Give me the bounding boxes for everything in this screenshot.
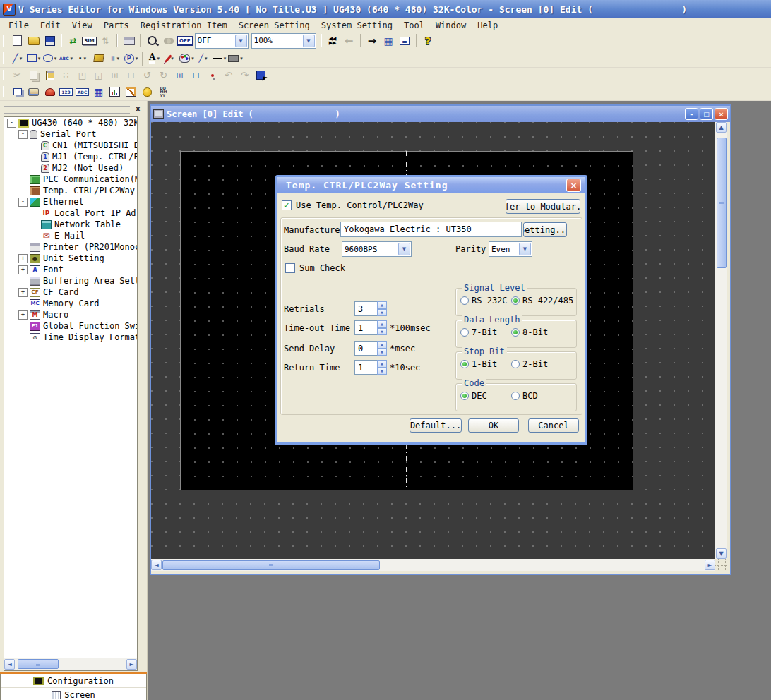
spin-down-icon[interactable]: ▼ — [377, 328, 387, 336]
lamp-part-button[interactable] — [42, 85, 58, 99]
tree-item-network-table[interactable]: Network Table — [4, 219, 137, 230]
tree-item-serial-port[interactable]: -Serial Port — [4, 128, 137, 140]
menu-screen-setting[interactable]: Screen Setting — [233, 20, 316, 31]
radio-2-bit[interactable]: 2-Bit — [511, 359, 548, 369]
simulation-button[interactable]: SIM — [81, 33, 97, 48]
tree-item-plc-communication[interactable]: PLC Communication(M — [4, 174, 137, 185]
tree-item-ethernet[interactable]: -Ethernet — [4, 196, 137, 207]
upload-button[interactable]: ⇅ — [97, 33, 114, 48]
tree-item-mj1[interactable]: 1MJ1 (Temp. CTRL/P — [4, 151, 137, 162]
menu-tool[interactable]: Tool — [398, 20, 430, 31]
use-temp-checkbox[interactable]: ✓ — [282, 200, 292, 210]
tree-item-unit-setting[interactable]: +●Unit Setting — [4, 253, 137, 264]
tree-item-memory-card[interactable]: MCMemory Card — [4, 298, 137, 309]
spin-down-icon[interactable]: ▼ — [377, 309, 387, 317]
spin-up-icon[interactable]: ▲ — [377, 320, 387, 328]
expander-icon[interactable]: + — [18, 254, 28, 263]
dropdown-arrow-icon[interactable]: ▾ — [224, 56, 227, 61]
dropdown-arrow-icon[interactable]: ▾ — [71, 56, 73, 61]
dropdown-arrow-icon[interactable]: ▾ — [191, 56, 194, 61]
align-vertical-button[interactable]: ⊟ — [123, 68, 139, 83]
menu-help[interactable]: Help — [472, 20, 503, 31]
char-color-button[interactable]: A▾ — [146, 51, 162, 66]
line-style-button[interactable]: ╱▾ — [195, 51, 211, 66]
panel-tab-configuration[interactable]: Configuration — [1, 674, 146, 688]
combo-arrow-icon[interactable]: ▼ — [398, 243, 410, 255]
expander-icon[interactable]: + — [18, 310, 28, 320]
p-mark-tool-button[interactable]: P▾ — [123, 51, 139, 66]
pin-button[interactable] — [204, 68, 220, 83]
scrollbar-thumb[interactable] — [717, 138, 727, 268]
zoom-button[interactable] — [144, 33, 160, 48]
radio-7-bit[interactable]: 7-Bit — [460, 327, 511, 337]
previous-screen-button[interactable]: ← — [341, 33, 357, 48]
panel-tab-screen[interactable]: Screen — [1, 688, 146, 700]
setting-button[interactable]: Setting... — [523, 222, 567, 237]
spin-up-icon[interactable]: ▲ — [377, 301, 387, 309]
dropdown-arrow-icon[interactable]: ▾ — [54, 56, 57, 61]
help-button[interactable]: ? — [420, 33, 436, 48]
off-display-button[interactable]: OFF — [177, 33, 193, 48]
scroll-right-icon[interactable]: ► — [705, 560, 715, 570]
combo-arrow-icon[interactable]: ▼ — [303, 35, 315, 47]
radio-rs-232c[interactable]: RS-232C — [460, 296, 511, 306]
calendar-part-button[interactable]: DDMMYY — [155, 85, 172, 99]
ok-button[interactable]: OK — [468, 418, 519, 433]
overlap-part-button[interactable] — [9, 85, 25, 99]
rotate-left-button[interactable]: ↺ — [139, 68, 155, 83]
timeout-spinner[interactable]: 1▲▼ — [354, 320, 387, 335]
radio-dec[interactable]: DEC — [460, 391, 511, 401]
radio-bcd[interactable]: BCD — [511, 391, 538, 401]
preview-button[interactable] — [160, 33, 177, 48]
combo-arrow-icon[interactable]: ▼ — [519, 243, 531, 255]
dropdown-arrow-icon[interactable]: ▾ — [20, 56, 23, 61]
tree-item-buffering-area[interactable]: Buffering Area Sett — [4, 275, 137, 286]
default-button[interactable]: Default... — [410, 418, 462, 433]
open-button[interactable] — [25, 33, 42, 48]
save-button[interactable] — [42, 33, 58, 48]
tree-item-printer[interactable]: Printer (PR201Monoch — [4, 241, 137, 253]
send-to-back-button[interactable]: ◱ — [90, 68, 107, 83]
menu-window[interactable]: Window — [430, 20, 472, 31]
select-mode-button[interactable] — [253, 68, 269, 83]
point-tool-button[interactable]: ·▾ — [74, 51, 90, 66]
cut-button[interactable]: ✂ — [9, 68, 25, 83]
multi-copy-button[interactable]: ∷ — [58, 68, 74, 83]
dropdown-arrow-icon[interactable]: ▾ — [136, 56, 138, 61]
scroll-right-icon[interactable]: ► — [126, 659, 137, 670]
tree-item-mj2[interactable]: 2MJ2 (Not Used) — [4, 162, 137, 174]
redo-button[interactable]: ↷ — [237, 68, 253, 83]
bring-to-front-button[interactable]: ◳ — [74, 68, 90, 83]
close-button[interactable]: × — [715, 108, 728, 120]
refer-to-modular-button[interactable]: efer to Modular.. — [506, 199, 580, 214]
horizontal-scrollbar[interactable]: ◄ ► — [151, 559, 715, 571]
scroll-left-icon[interactable]: ◄ — [151, 560, 162, 570]
toolbar-grip[interactable] — [3, 52, 6, 65]
align-horizontal-button[interactable]: ⊞ — [107, 68, 123, 83]
radio-8-bit[interactable]: 8-Bit — [511, 327, 548, 337]
rectangle-tool-button[interactable]: ▾ — [25, 51, 42, 66]
scrollbar-thumb[interactable] — [162, 560, 380, 570]
menu-view[interactable]: View — [66, 20, 98, 31]
toolbar-grip[interactable] — [3, 35, 6, 46]
tree-item-local-port-ip[interactable]: IPLocal Port IP Ad — [4, 207, 137, 219]
transfer-button[interactable]: ⇄ — [65, 33, 81, 48]
expander-icon[interactable]: + — [18, 265, 28, 274]
panel-close-button[interactable]: x — [133, 104, 143, 113]
parts-list-button[interactable]: ▦ — [381, 33, 397, 48]
print-button[interactable] — [121, 33, 137, 48]
manufacture-field[interactable]: Yokogawa Electric : UT350 — [340, 222, 522, 237]
dropdown-arrow-icon[interactable]: ▾ — [83, 56, 86, 61]
toolbar-grip[interactable] — [3, 70, 6, 80]
minimize-button[interactable]: – — [685, 108, 698, 120]
match-grid-button[interactable]: ⊟ — [188, 68, 204, 83]
radio-1-bit[interactable]: 1-Bit — [460, 359, 511, 369]
trend-part-button[interactable] — [123, 85, 139, 99]
dialog-close-button[interactable]: × — [566, 179, 581, 192]
send-delay-spinner[interactable]: 0▲▼ — [354, 341, 387, 356]
undo-button[interactable]: ↶ — [220, 68, 237, 83]
next-screen-button[interactable]: → — [364, 33, 381, 48]
tree-item-temp-ctrl[interactable]: Temp. CTRL/PLC2Way — [4, 185, 137, 196]
expander-icon[interactable]: - — [18, 198, 28, 207]
parity-combobox[interactable]: Even ▼ — [489, 241, 532, 257]
